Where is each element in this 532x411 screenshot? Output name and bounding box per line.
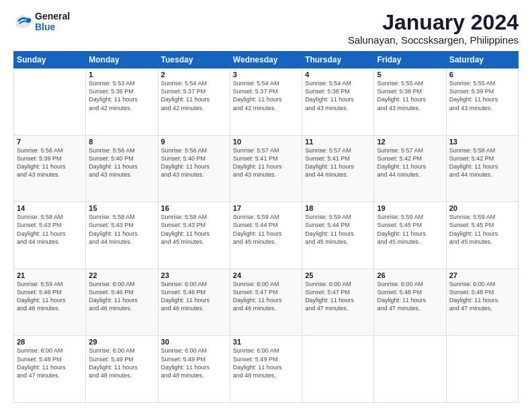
day-info: Sunrise: 5:57 AM Sunset: 5:41 PM Dayligh… bbox=[305, 146, 371, 179]
calendar-week-row: 21Sunrise: 5:59 AM Sunset: 5:46 PM Dayli… bbox=[14, 269, 519, 336]
day-info: Sunrise: 5:57 AM Sunset: 5:41 PM Dayligh… bbox=[233, 146, 299, 179]
table-row: 1Sunrise: 5:53 AM Sunset: 5:36 PM Daylig… bbox=[86, 68, 158, 136]
day-number: 17 bbox=[233, 204, 299, 212]
table-row: 9Sunrise: 5:56 AM Sunset: 5:40 PM Daylig… bbox=[158, 135, 230, 202]
day-number: 8 bbox=[89, 138, 154, 146]
table-row: 11Sunrise: 5:57 AM Sunset: 5:41 PM Dayli… bbox=[302, 135, 374, 202]
day-info: Sunrise: 6:00 AM Sunset: 5:48 PM Dayligh… bbox=[449, 280, 515, 313]
table-row bbox=[302, 336, 374, 403]
day-info: Sunrise: 6:00 AM Sunset: 5:46 PM Dayligh… bbox=[161, 280, 227, 313]
day-number: 26 bbox=[377, 271, 443, 279]
table-row: 26Sunrise: 6:00 AM Sunset: 5:48 PM Dayli… bbox=[374, 269, 446, 336]
day-number: 24 bbox=[233, 271, 299, 279]
day-info: Sunrise: 5:56 AM Sunset: 5:40 PM Dayligh… bbox=[89, 146, 154, 179]
day-number: 22 bbox=[89, 271, 154, 279]
day-number: 6 bbox=[449, 71, 515, 79]
day-info: Sunrise: 5:56 AM Sunset: 5:40 PM Dayligh… bbox=[161, 146, 227, 179]
day-info: Sunrise: 6:00 AM Sunset: 5:48 PM Dayligh… bbox=[17, 347, 83, 379]
svg-point-2 bbox=[26, 18, 31, 23]
header-sunday: Sunday bbox=[14, 52, 86, 68]
day-info: Sunrise: 5:54 AM Sunset: 5:38 PM Dayligh… bbox=[305, 79, 371, 112]
calendar-week-row: 28Sunrise: 6:00 AM Sunset: 5:48 PM Dayli… bbox=[14, 336, 519, 403]
calendar-week-row: 7Sunrise: 5:56 AM Sunset: 5:39 PM Daylig… bbox=[14, 135, 519, 202]
day-number: 15 bbox=[89, 204, 154, 212]
calendar-title: January 2024 bbox=[348, 11, 519, 34]
day-number: 1 bbox=[89, 71, 154, 79]
day-info: Sunrise: 5:59 AM Sunset: 5:44 PM Dayligh… bbox=[233, 213, 299, 246]
table-row: 31Sunrise: 6:00 AM Sunset: 5:49 PM Dayli… bbox=[230, 336, 302, 403]
day-info: Sunrise: 5:56 AM Sunset: 5:39 PM Dayligh… bbox=[17, 146, 83, 179]
header-thursday: Thursday bbox=[302, 52, 374, 68]
table-row: 20Sunrise: 5:59 AM Sunset: 5:45 PM Dayli… bbox=[446, 202, 518, 269]
table-row: 6Sunrise: 5:55 AM Sunset: 5:39 PM Daylig… bbox=[446, 68, 518, 136]
table-row: 16Sunrise: 5:58 AM Sunset: 5:43 PM Dayli… bbox=[158, 202, 230, 269]
day-number: 30 bbox=[161, 338, 227, 346]
table-row: 10Sunrise: 5:57 AM Sunset: 5:41 PM Dayli… bbox=[230, 135, 302, 202]
table-row: 12Sunrise: 5:57 AM Sunset: 5:42 PM Dayli… bbox=[374, 135, 446, 202]
table-row: 24Sunrise: 6:00 AM Sunset: 5:47 PM Dayli… bbox=[230, 269, 302, 336]
day-info: Sunrise: 5:55 AM Sunset: 5:38 PM Dayligh… bbox=[377, 79, 443, 112]
logo: General Blue bbox=[13, 11, 70, 32]
day-number: 21 bbox=[17, 271, 83, 279]
day-number: 10 bbox=[233, 138, 299, 146]
page: General Blue January 2024 Salunayan, Soc… bbox=[0, 0, 532, 411]
table-row: 18Sunrise: 5:59 AM Sunset: 5:44 PM Dayli… bbox=[302, 202, 374, 269]
calendar-week-row: 14Sunrise: 5:58 AM Sunset: 5:43 PM Dayli… bbox=[14, 202, 519, 269]
day-info: Sunrise: 5:58 AM Sunset: 5:43 PM Dayligh… bbox=[17, 213, 83, 246]
table-row: 25Sunrise: 6:00 AM Sunset: 5:47 PM Dayli… bbox=[302, 269, 374, 336]
table-row: 23Sunrise: 6:00 AM Sunset: 5:46 PM Dayli… bbox=[158, 269, 230, 336]
day-number: 11 bbox=[305, 138, 371, 146]
table-row: 14Sunrise: 5:58 AM Sunset: 5:43 PM Dayli… bbox=[14, 202, 86, 269]
day-number: 20 bbox=[449, 204, 515, 212]
table-row: 8Sunrise: 5:56 AM Sunset: 5:40 PM Daylig… bbox=[86, 135, 158, 202]
table-row: 13Sunrise: 5:58 AM Sunset: 5:42 PM Dayli… bbox=[446, 135, 518, 202]
header-monday: Monday bbox=[86, 52, 158, 68]
table-row: 30Sunrise: 6:00 AM Sunset: 5:49 PM Dayli… bbox=[158, 336, 230, 403]
header-tuesday: Tuesday bbox=[158, 52, 230, 68]
table-row bbox=[14, 68, 86, 136]
day-info: Sunrise: 6:00 AM Sunset: 5:46 PM Dayligh… bbox=[89, 280, 154, 313]
day-number: 5 bbox=[377, 71, 443, 79]
table-row: 17Sunrise: 5:59 AM Sunset: 5:44 PM Dayli… bbox=[230, 202, 302, 269]
day-number: 13 bbox=[449, 138, 515, 146]
calendar-header-row: Sunday Monday Tuesday Wednesday Thursday… bbox=[14, 52, 519, 68]
calendar-week-row: 1Sunrise: 5:53 AM Sunset: 5:36 PM Daylig… bbox=[14, 68, 519, 136]
day-info: Sunrise: 5:59 AM Sunset: 5:46 PM Dayligh… bbox=[17, 280, 83, 313]
table-row: 3Sunrise: 5:54 AM Sunset: 5:37 PM Daylig… bbox=[230, 68, 302, 136]
day-number: 31 bbox=[233, 338, 299, 346]
calendar-table: Sunday Monday Tuesday Wednesday Thursday… bbox=[13, 51, 519, 403]
day-info: Sunrise: 6:00 AM Sunset: 5:47 PM Dayligh… bbox=[305, 280, 371, 313]
day-info: Sunrise: 6:00 AM Sunset: 5:48 PM Dayligh… bbox=[377, 280, 443, 313]
day-number: 25 bbox=[305, 271, 371, 279]
logo-icon bbox=[13, 12, 32, 31]
day-number: 16 bbox=[161, 204, 227, 212]
table-row: 5Sunrise: 5:55 AM Sunset: 5:38 PM Daylig… bbox=[374, 68, 446, 136]
day-info: Sunrise: 6:00 AM Sunset: 5:49 PM Dayligh… bbox=[233, 347, 299, 379]
title-block: January 2024 Salunayan, Soccsksargen, Ph… bbox=[348, 11, 519, 46]
table-row: 28Sunrise: 6:00 AM Sunset: 5:48 PM Dayli… bbox=[14, 336, 86, 403]
day-info: Sunrise: 5:55 AM Sunset: 5:39 PM Dayligh… bbox=[449, 79, 515, 112]
day-info: Sunrise: 5:59 AM Sunset: 5:44 PM Dayligh… bbox=[305, 213, 371, 246]
calendar-subtitle: Salunayan, Soccsksargen, Philippines bbox=[348, 34, 519, 46]
day-number: 7 bbox=[17, 138, 83, 146]
day-info: Sunrise: 5:53 AM Sunset: 5:36 PM Dayligh… bbox=[89, 79, 154, 112]
table-row: 15Sunrise: 5:58 AM Sunset: 5:43 PM Dayli… bbox=[86, 202, 158, 269]
day-info: Sunrise: 6:00 AM Sunset: 5:49 PM Dayligh… bbox=[89, 347, 154, 379]
day-number: 28 bbox=[17, 338, 83, 346]
day-number: 3 bbox=[233, 71, 299, 79]
day-number: 9 bbox=[161, 138, 227, 146]
day-info: Sunrise: 6:00 AM Sunset: 5:49 PM Dayligh… bbox=[161, 347, 227, 379]
table-row: 27Sunrise: 6:00 AM Sunset: 5:48 PM Dayli… bbox=[446, 269, 518, 336]
day-number: 12 bbox=[377, 138, 443, 146]
logo-text: General Blue bbox=[35, 11, 70, 32]
day-info: Sunrise: 6:00 AM Sunset: 5:47 PM Dayligh… bbox=[233, 280, 299, 313]
table-row bbox=[374, 336, 446, 403]
table-row: 19Sunrise: 5:59 AM Sunset: 5:45 PM Dayli… bbox=[374, 202, 446, 269]
table-row: 29Sunrise: 6:00 AM Sunset: 5:49 PM Dayli… bbox=[86, 336, 158, 403]
day-info: Sunrise: 5:58 AM Sunset: 5:42 PM Dayligh… bbox=[449, 146, 515, 179]
table-row: 2Sunrise: 5:54 AM Sunset: 5:37 PM Daylig… bbox=[158, 68, 230, 136]
day-info: Sunrise: 5:54 AM Sunset: 5:37 PM Dayligh… bbox=[161, 79, 227, 112]
day-number: 4 bbox=[305, 71, 371, 79]
day-number: 2 bbox=[161, 71, 227, 79]
day-number: 27 bbox=[449, 271, 515, 279]
